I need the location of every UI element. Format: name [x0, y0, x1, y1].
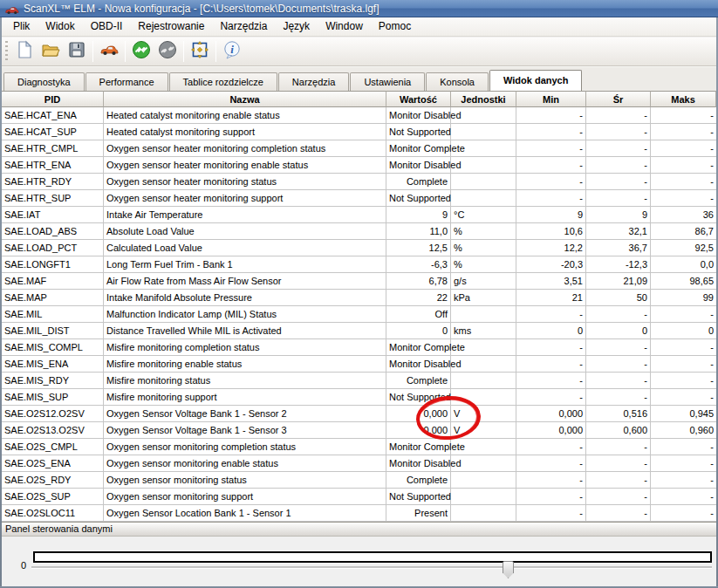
cell-name: Oxygen sensor heater monitoring completi…	[104, 140, 386, 157]
menu-window[interactable]: Window	[318, 17, 371, 36]
cell-name: Intake Manifold Absolute Pressure	[104, 290, 386, 306]
table-row[interactable]: SAE.MIS_SUPMisfire monitoring supportNot…	[2, 389, 716, 406]
cell-name: Calculated Load Value	[104, 240, 386, 256]
menu-pomoc[interactable]: Pomoc	[371, 17, 419, 36]
cell-min: 3,51	[516, 273, 586, 290]
cell-max: -	[651, 157, 716, 174]
table-row[interactable]: SAE.HTR_RDYOxygen sensor heater monitori…	[2, 174, 716, 190]
cell-unit	[451, 124, 516, 140]
cell-min: -	[516, 389, 586, 406]
new-configuration-button[interactable]	[11, 39, 38, 64]
cell-max: -	[651, 339, 716, 356]
column-header-nazwa[interactable]: Nazwa	[104, 91, 386, 107]
tab-tablice-rozdzielcze[interactable]: Tablice rozdzielcze	[169, 72, 277, 91]
cell-avg: -	[586, 373, 651, 389]
table-row[interactable]: SAE.MAPIntake Manifold Absolute Pressure…	[2, 290, 716, 306]
table-row[interactable]: SAE.LOAD_ABSAbsolute Load Value11,0%10,6…	[2, 223, 716, 240]
table-row[interactable]: SAE.HCAT_ENAHeated catalyst monitoring e…	[2, 107, 716, 124]
table-row[interactable]: SAE.O2S_CMPLOxygen sensor monitoring com…	[2, 439, 716, 455]
tab-narzedzia[interactable]: Narzędzia	[278, 72, 350, 91]
cell-name: Oxygen Sensor Voltage Bank 1 - Sensor 3	[104, 422, 386, 439]
table-row[interactable]: SAE.MAFAir Flow Rate from Mass Air Flow …	[2, 273, 716, 290]
tab-diagnostyka[interactable]: Diagnostyka	[3, 72, 85, 91]
menu-rejestrowanie[interactable]: Rejestrowanie	[130, 17, 212, 36]
table-row[interactable]: SAE.MIS_RDYMisfire monitoring statusComp…	[2, 373, 716, 389]
tab-ustawienia[interactable]: Ustawienia	[350, 72, 425, 91]
cell-value: Monitor Disabled	[386, 157, 451, 174]
table-row[interactable]: SAE.MILMalfunction Indicator Lamp (MIL) …	[2, 306, 716, 323]
title-bar[interactable]: ScanXL™ ELM - Nowa konfiguracja - [C:\Us…	[0, 0, 718, 17]
info-icon: i	[222, 40, 242, 63]
column-header-pid[interactable]: PID	[2, 91, 104, 107]
table-row[interactable]: SAE.O2S_RDYOxygen sensor monitoring stat…	[2, 472, 716, 489]
connect-button[interactable]	[128, 39, 154, 64]
control-panel-caption: Panel sterowania danymi	[2, 522, 716, 537]
table-row[interactable]: SAE.O2SLOC11Oxygen Sensor Location Bank …	[2, 505, 716, 522]
cell-value: -6,3	[386, 256, 451, 273]
data-control-panel: 0	[2, 537, 716, 586]
table-row[interactable]: SAE.HTR_CMPLOxygen sensor heater monitor…	[2, 140, 716, 157]
cell-max: 36	[651, 207, 716, 223]
table-row[interactable]: SAE.HTR_ENAOxygen sensor heater monitori…	[2, 157, 716, 174]
cell-min: 12,2	[516, 240, 586, 256]
svg-text:i: i	[230, 43, 234, 56]
slider-track[interactable]	[31, 566, 712, 569]
menu-widok[interactable]: Widok	[38, 17, 82, 36]
cell-min: -	[516, 190, 586, 207]
table-row[interactable]: SAE.O2S13.O2SVOxygen Sensor Voltage Bank…	[2, 422, 716, 439]
cell-pid: SAE.O2S_CMPL	[2, 439, 104, 455]
table-row[interactable]: SAE.HCAT_SUPHeated catalyst monitoring s…	[2, 124, 716, 140]
cell-min: -	[516, 472, 586, 489]
table-row[interactable]: SAE.IATIntake Air Temperature9°C9936	[2, 207, 716, 223]
slider-thumb[interactable]	[503, 561, 514, 578]
cell-name: Distance Travelled While MIL is Activate…	[104, 323, 386, 339]
column-header-maks[interactable]: Maks	[651, 91, 716, 107]
menu-jezyk[interactable]: Język	[275, 17, 318, 36]
cell-unit: g/s	[451, 273, 516, 290]
cell-pid: SAE.MIL_DIST	[2, 323, 104, 339]
table-row[interactable]: SAE.HTR_SUPOxygen sensor heater monitori…	[2, 190, 716, 207]
column-header-jednostki[interactable]: Jednostki	[451, 91, 516, 107]
table-row[interactable]: SAE.MIL_DISTDistance Travelled While MIL…	[2, 323, 716, 339]
cell-name: Oxygen sensor heater monitoring support	[104, 190, 386, 207]
cell-pid: SAE.MAP	[2, 290, 104, 306]
table-row[interactable]: SAE.LOAD_PCTCalculated Load Value12,5%12…	[2, 240, 716, 256]
column-header-min[interactable]: Min	[516, 91, 586, 107]
cell-pid: SAE.HTR_CMPL	[2, 140, 104, 157]
cell-pid: SAE.O2S13.O2SV	[2, 422, 104, 439]
cell-value: Monitor Complete	[386, 140, 451, 157]
cell-avg: 50	[586, 290, 651, 306]
fullscreen-button[interactable]	[187, 39, 213, 64]
cell-min: 0,000	[516, 422, 586, 439]
cell-avg: -	[586, 389, 651, 406]
table-row[interactable]: SAE.MIS_ENAMisfire monitoring enable sta…	[2, 356, 716, 373]
table-row[interactable]: SAE.MIS_COMPLMisfire monitoring completi…	[2, 339, 716, 356]
about-button[interactable]: i	[219, 39, 245, 64]
cell-pid: SAE.O2S12.O2SV	[2, 406, 104, 422]
cell-avg: -	[586, 472, 651, 489]
tab-bar: DiagnostykaPerformanceTablice rozdzielcz…	[2, 66, 716, 91]
open-configuration-button[interactable]	[38, 39, 64, 64]
cell-min: 9	[516, 207, 586, 223]
menu-narzedzia[interactable]: Narzędzia	[212, 17, 275, 36]
cell-max: 99	[651, 290, 716, 306]
table-row[interactable]: SAE.LONGFT1Long Term Fuel Trim - Bank 1-…	[2, 256, 716, 273]
cell-name: Oxygen sensor monitoring status	[104, 472, 386, 489]
table-row[interactable]: SAE.O2S_SUPOxygen sensor monitoring supp…	[2, 489, 716, 505]
menu-obd-ii[interactable]: OBD-II	[83, 17, 131, 36]
vehicle-button[interactable]	[96, 39, 122, 64]
menu-plik[interactable]: Plik	[5, 17, 38, 36]
tab-konsola[interactable]: Konsola	[426, 72, 489, 91]
save-configuration-button[interactable]	[64, 39, 90, 64]
table-row[interactable]: SAE.O2S_ENAOxygen sensor monitoring enab…	[2, 455, 716, 472]
tab-performance[interactable]: Performance	[85, 72, 168, 91]
table-row[interactable]: SAE.O2S12.O2SVOxygen Sensor Voltage Bank…	[2, 406, 716, 422]
tab-widok-danych[interactable]: Widok danych	[489, 70, 582, 91]
column-header-sr[interactable]: Śr	[586, 91, 651, 107]
disconnect-button[interactable]	[154, 39, 181, 64]
cell-value: Not Supported	[386, 389, 451, 406]
column-header-wartosc[interactable]: Wartość	[386, 91, 451, 107]
cell-avg: -	[586, 140, 651, 157]
cell-max: 86,7	[651, 223, 716, 240]
toolbar-grip[interactable]	[4, 41, 9, 62]
